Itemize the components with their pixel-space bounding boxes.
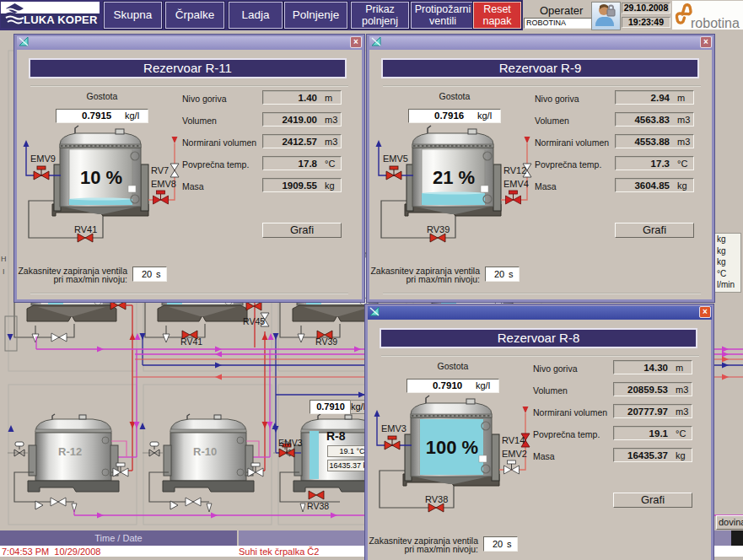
svg-text:EMV8: EMV8 [151, 179, 176, 189]
svg-text:EMV4: EMV4 [503, 179, 529, 189]
svg-text:100 %: 100 % [426, 437, 478, 458]
svg-text:21 %: 21 % [433, 167, 475, 188]
svg-text:EMV5: EMV5 [383, 153, 408, 164]
svg-text:RV12: RV12 [503, 165, 526, 175]
svg-text:RV38: RV38 [425, 494, 448, 504]
svg-text:R-10: R-10 [193, 445, 217, 458]
svg-text:RV41: RV41 [180, 337, 202, 347]
svg-text:RV45: RV45 [243, 316, 265, 326]
svg-text:RV14: RV14 [502, 435, 525, 445]
svg-text:H: H [1, 255, 7, 263]
svg-text:EMV2: EMV2 [502, 449, 527, 459]
svg-text:EMV9: EMV9 [30, 153, 56, 164]
svg-text:RV39: RV39 [315, 337, 337, 347]
svg-text:robotina: robotina [691, 16, 740, 29]
svg-text:RV7: RV7 [151, 165, 169, 175]
svg-text:R-12: R-12 [58, 445, 82, 458]
svg-text:RV39: RV39 [427, 224, 450, 234]
svg-text:10 %: 10 % [80, 167, 122, 188]
svg-text:EMV3: EMV3 [381, 423, 406, 433]
svg-text:RV41: RV41 [74, 224, 97, 234]
svg-text:I: I [3, 267, 5, 276]
